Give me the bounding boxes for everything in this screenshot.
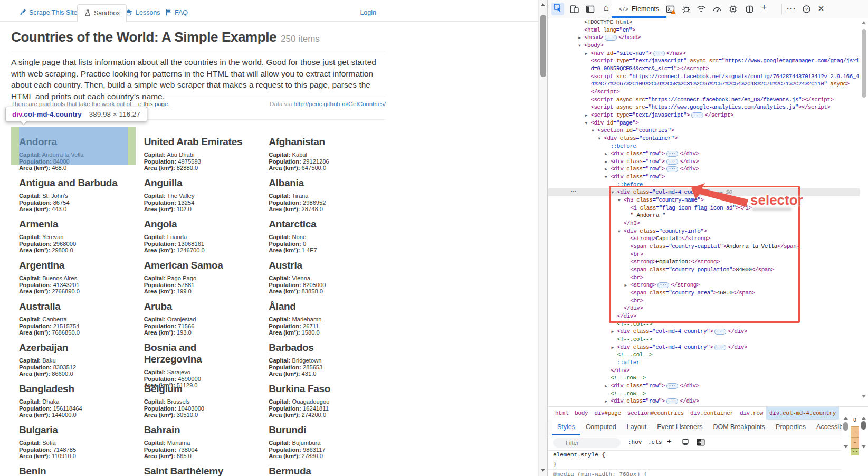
- dom-node[interactable]: </div>: [548, 367, 860, 375]
- toggle-class-button[interactable]: .cls: [648, 439, 662, 445]
- scrollbar-down-arrow[interactable]: [862, 445, 866, 448]
- dom-node[interactable]: </div>: [548, 312, 860, 320]
- nav-item-scrape-this-site[interactable]: Scrape This Site: [18, 4, 77, 21]
- expand-arrow-icon[interactable]: ▶: [612, 344, 614, 352]
- tab-styles[interactable]: Styles: [552, 420, 580, 435]
- dom-node[interactable]: <strong>Capital:</strong>: [548, 235, 860, 243]
- nav-item-sandbox[interactable]: Sandbox: [77, 4, 127, 22]
- dom-node[interactable]: ▶<div class="row">···</div>: [548, 397, 860, 405]
- scrollbar-up-arrow[interactable]: [844, 417, 848, 420]
- dom-node[interactable]: </h3>: [548, 220, 860, 227]
- application-icon[interactable]: [744, 4, 755, 14]
- scrollbar-down-arrow[interactable]: [541, 469, 545, 472]
- dom-node[interactable]: <script src="https://connect.facebook.ne…: [548, 73, 860, 81]
- dom-node[interactable]: ▶<div class="col-md-4 country">···</div>: [548, 328, 860, 336]
- dom-node[interactable]: <script async src="https://connect.faceb…: [548, 96, 860, 104]
- orange-marker[interactable]: –: [851, 437, 859, 448]
- scrollbar-thumb[interactable]: [861, 421, 866, 430]
- dom-node[interactable]: ▼<body>: [548, 42, 860, 50]
- dom-node[interactable]: <br>: [548, 274, 860, 282]
- dom-node[interactable]: ▶<div class="row">···</div>: [548, 165, 860, 173]
- inline-expand-icon[interactable]: ···: [605, 35, 616, 41]
- devtools-dom-scrollbar[interactable]: [860, 18, 868, 406]
- media-rule-partial[interactable]: @media (min-width: 768px) {: [548, 470, 841, 476]
- dom-node[interactable]: <span class="country-area">468.0</span>: [548, 289, 860, 297]
- expand-arrow-icon[interactable]: ▶: [585, 112, 587, 120]
- expand-arrow-icon[interactable]: ▶: [605, 150, 607, 158]
- network-conditions-icon[interactable]: [696, 4, 707, 14]
- dom-node[interactable]: <!--.row-->: [548, 374, 860, 382]
- dom-node[interactable]: ▼<div class="country-info">: [548, 227, 860, 235]
- expand-arrow-icon[interactable]: ▶: [605, 158, 607, 166]
- dom-node[interactable]: <br>: [548, 251, 860, 259]
- dom-node[interactable]: ▶<div class="row">···</div>: [548, 158, 860, 166]
- inline-expand-icon[interactable]: ···: [666, 151, 678, 157]
- nav-item-login[interactable]: Login: [360, 4, 376, 21]
- inline-expand-icon[interactable]: ···: [666, 398, 678, 404]
- dom-node[interactable]: ▶<div class="row">···</div>: [548, 150, 860, 158]
- dom-node[interactable]: ::before: [548, 142, 860, 150]
- computed-styles-sidebar-icon[interactable]: [682, 439, 689, 449]
- dock-side-icon[interactable]: [585, 4, 595, 14]
- expand-arrow-icon[interactable]: ▶: [612, 328, 614, 336]
- dom-node[interactable]: <html lang="en">: [548, 26, 860, 34]
- dom-node[interactable]: <br>: [548, 297, 860, 305]
- collapse-arrow-icon[interactable]: ▼: [578, 42, 580, 50]
- dom-node[interactable]: ▼<h3 class="country-name">: [548, 196, 860, 204]
- performance-icon[interactable]: [712, 4, 722, 14]
- expand-arrow-icon[interactable]: ▶: [585, 50, 587, 58]
- scrollbar-up-arrow[interactable]: [862, 417, 866, 420]
- inline-expand-icon[interactable]: ···: [714, 329, 726, 335]
- dom-node[interactable]: ▶<div class="col-md-4 country">···</div>: [548, 344, 860, 351]
- console-icon[interactable]: [665, 4, 675, 14]
- sidebar-toggle-icon[interactable]: [697, 439, 705, 448]
- inline-expand-icon[interactable]: ···: [691, 112, 703, 118]
- nav-item-lessons[interactable]: Lessons: [125, 4, 160, 21]
- expand-arrow-icon[interactable]: ▶: [605, 383, 607, 391]
- collapse-arrow-icon[interactable]: ▼: [605, 174, 607, 182]
- dom-node[interactable]: <!--.row-->: [548, 390, 860, 398]
- scrollbar-thumb[interactable]: [843, 422, 848, 431]
- collapse-arrow-icon[interactable]: ▼: [618, 197, 620, 205]
- dom-node-selected[interactable]: ▼<div class="col-md-4 country"> == $0: [548, 188, 860, 196]
- inline-expand-icon[interactable]: ···: [653, 51, 665, 56]
- dom-node[interactable]: ::before: [548, 181, 860, 189]
- data-source-link[interactable]: http://peric.github.io/GetCountries/: [293, 101, 386, 107]
- breadcrumb-item[interactable]: div.col-md-4.country: [766, 407, 839, 420]
- dom-node[interactable]: ▶<head>···</head>: [548, 34, 860, 42]
- collapse-arrow-icon[interactable]: ▼: [618, 228, 620, 236]
- page-scrollbar[interactable]: [538, 0, 548, 476]
- dom-node[interactable]: ▶<div class="row">···</div>: [548, 382, 860, 390]
- inline-expand-icon[interactable]: ···: [657, 282, 669, 288]
- expand-arrow-icon[interactable]: ▶: [625, 282, 627, 290]
- dom-node[interactable]: <strong>Population:</strong>: [548, 258, 860, 266]
- dom-node[interactable]: ▼<div class="container">: [548, 135, 860, 142]
- tab-elements[interactable]: </>Elements: [612, 0, 666, 18]
- help-icon[interactable]: ?: [801, 4, 812, 14]
- scrollbar-down-arrow[interactable]: [862, 395, 866, 398]
- element-style-close[interactable]: }: [548, 460, 841, 469]
- dom-node[interactable]: ::after: [548, 359, 860, 367]
- collapse-arrow-icon[interactable]: ▼: [612, 189, 614, 197]
- dom-node[interactable]: <!--.col-->: [548, 336, 860, 344]
- scrollbar-up-arrow[interactable]: [541, 3, 545, 6]
- dom-node[interactable]: <span class="country-capital">Andorra la…: [548, 243, 860, 251]
- memory-icon[interactable]: [728, 4, 738, 14]
- breadcrumb-item[interactable]: body: [571, 407, 591, 420]
- breadcrumb-item[interactable]: div.row: [737, 407, 766, 420]
- collapse-arrow-icon[interactable]: ▼: [598, 135, 600, 143]
- breadcrumb-item[interactable]: div.container: [687, 407, 737, 420]
- dom-node[interactable]: <i class="flag-icon flag-icon-ad"></i>: [548, 204, 860, 212]
- orange-marker[interactable]: –: [851, 426, 859, 437]
- nav-item-faq[interactable]: FAQ: [165, 4, 188, 21]
- breadcrumb-item[interactable]: section#countries: [624, 407, 687, 420]
- breadcrumb-item[interactable]: div#page: [591, 407, 624, 420]
- dom-node[interactable]: ▶<script type="text/javascript">···</scr…: [548, 111, 860, 119]
- home-icon[interactable]: ⌂: [601, 3, 612, 13]
- dom-node[interactable]: </div>: [548, 304, 860, 312]
- scrollbar-thumb[interactable]: [862, 29, 866, 98]
- close-icon[interactable]: ✕: [816, 4, 826, 14]
- breadcrumb-item[interactable]: html: [552, 407, 571, 420]
- scrollbar-up-arrow[interactable]: [862, 21, 866, 24]
- inline-expand-icon[interactable]: ···: [666, 383, 678, 389]
